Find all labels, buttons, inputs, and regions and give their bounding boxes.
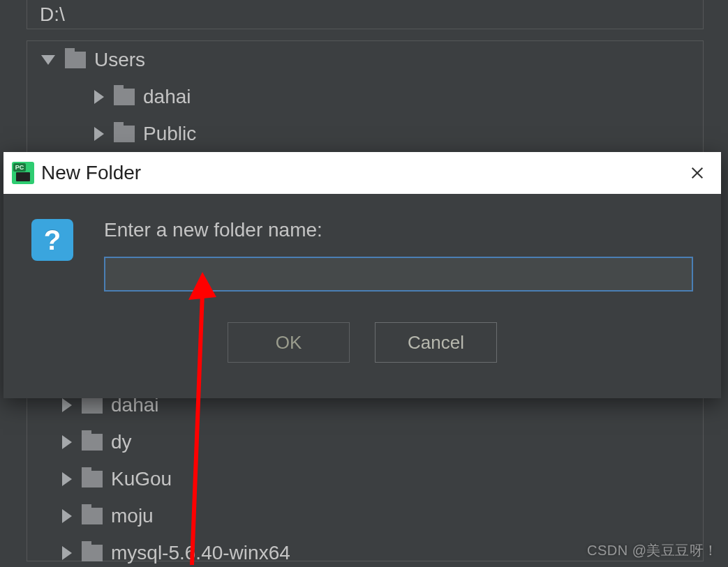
new-folder-dialog: PC New Folder ? Enter a new folder name:… [3, 152, 721, 398]
chevron-right-icon[interactable] [62, 398, 72, 412]
chevron-right-icon[interactable] [62, 435, 72, 449]
folder-icon [114, 126, 135, 142]
tree-item[interactable]: Users [27, 41, 703, 78]
dialog-title: New Folder [41, 162, 682, 184]
path-bar[interactable]: D:\ [27, 0, 704, 29]
cancel-button[interactable]: Cancel [375, 322, 497, 363]
folder-icon [82, 508, 103, 524]
folder-icon [82, 471, 103, 487]
folder-name-input[interactable] [104, 257, 693, 292]
chevron-right-icon[interactable] [62, 472, 72, 486]
folder-icon [82, 397, 103, 414]
folder-icon [114, 89, 135, 105]
tree-item[interactable]: KuGou [27, 460, 703, 497]
chevron-down-icon[interactable] [41, 55, 55, 65]
ok-button[interactable]: OK [228, 322, 350, 363]
question-icon: ? [31, 219, 73, 261]
tree-item[interactable]: moju [27, 497, 703, 534]
chevron-right-icon[interactable] [62, 509, 72, 523]
tree-item-label: mysql-5.6.40-winx64 [111, 542, 290, 564]
pycharm-icon: PC [12, 162, 34, 184]
watermark: CSDN @美豆豆呀！ [587, 541, 718, 560]
tree-item-label: moju [111, 505, 154, 527]
chevron-right-icon[interactable] [94, 90, 104, 104]
tree-item-label: KuGou [111, 468, 172, 490]
dialog-body: ? Enter a new folder name: OK Cancel [3, 194, 721, 398]
tree-item-label: dahai [143, 86, 191, 108]
tree-item-label: Public [143, 123, 196, 145]
folder-icon [82, 545, 103, 561]
folder-icon [82, 434, 103, 451]
tree-item-label: Users [94, 49, 145, 71]
tree-item[interactable]: Public [27, 115, 703, 152]
close-button[interactable] [682, 158, 713, 188]
tree-item[interactable]: dahai [27, 78, 703, 115]
tree-item[interactable]: dy [27, 423, 703, 460]
close-icon [690, 165, 705, 181]
chevron-right-icon[interactable] [94, 127, 104, 141]
prompt-label: Enter a new folder name: [104, 219, 693, 241]
folder-icon [65, 52, 86, 68]
dialog-title-bar: PC New Folder [3, 152, 721, 194]
path-bar-value: D:\ [40, 3, 65, 26]
tree-item-label: dy [111, 431, 132, 453]
chevron-right-icon[interactable] [62, 546, 72, 560]
